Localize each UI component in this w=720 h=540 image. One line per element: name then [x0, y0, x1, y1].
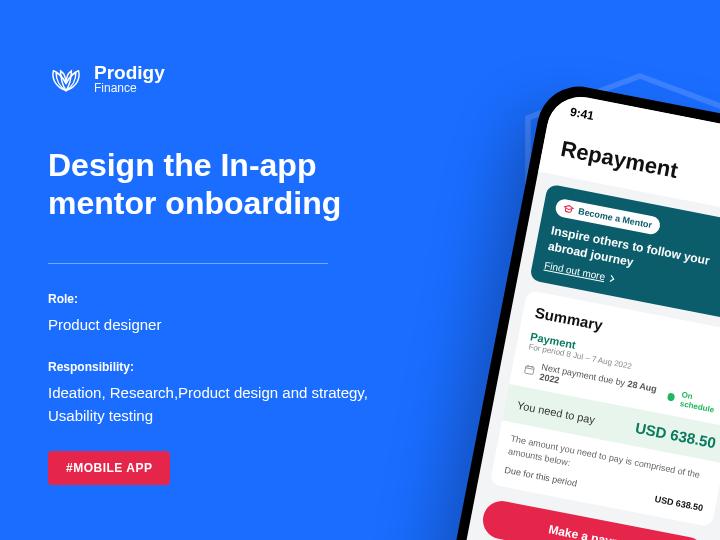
- calendar-icon: [523, 363, 536, 377]
- graduation-cap-icon: [563, 203, 575, 215]
- phone-screen: 9:41 Repayment Become a Mentor Inspire o…: [451, 91, 720, 540]
- summary-card: Summary Payment For period 8 Jul – 7 Aug…: [490, 290, 720, 528]
- due-amount: USD 638.50: [654, 494, 704, 513]
- brand-name: Prodigy: [94, 63, 165, 82]
- case-study-panel: Prodigy Finance Design the In-app mentor…: [48, 60, 428, 485]
- brand-subtitle: Finance: [94, 82, 165, 94]
- svg-rect-7: [525, 366, 535, 375]
- phone-mockup: 9:41 Repayment Become a Mentor Inspire o…: [439, 79, 720, 540]
- role-label: Role:: [48, 292, 428, 306]
- on-schedule-badge: On schedule: [679, 390, 720, 416]
- page-title: Design the In-app mentor onboarding: [48, 146, 428, 223]
- need-to-pay-label: You need to pay: [516, 399, 596, 426]
- mobile-app-tag: #MOBILE APP: [48, 451, 170, 485]
- lotus-icon: [48, 60, 84, 96]
- chevron-right-icon: [608, 274, 615, 283]
- role-value: Product designer: [48, 314, 428, 337]
- responsibility-value: Ideation, Research,Product design and st…: [48, 382, 428, 427]
- need-to-pay-amount: USD 638.50: [634, 419, 717, 451]
- responsibility-label: Responsibility:: [48, 360, 428, 374]
- status-dot-icon: [667, 393, 675, 402]
- divider: [48, 263, 328, 264]
- brand-logo: Prodigy Finance: [48, 60, 428, 96]
- status-time: 9:41: [569, 105, 595, 123]
